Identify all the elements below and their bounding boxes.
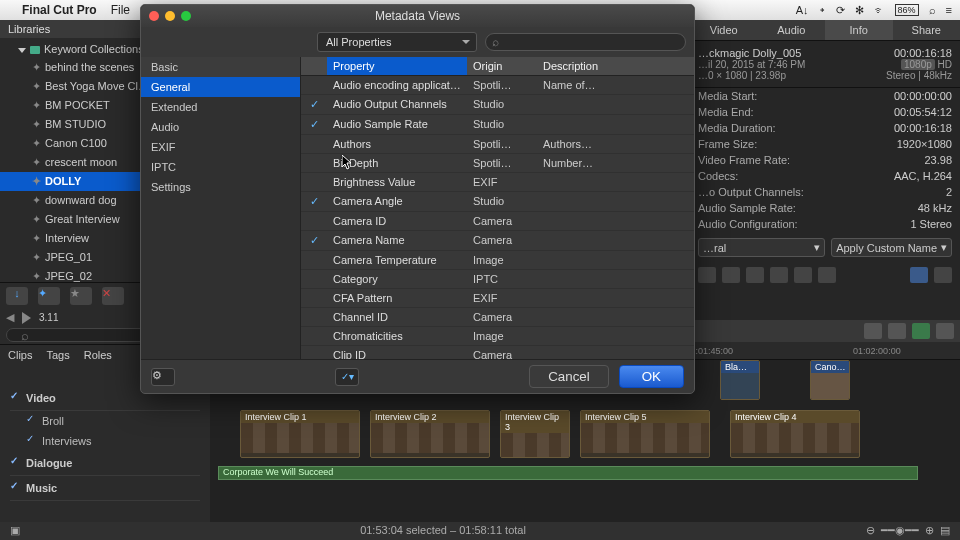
inspector-tabs: Video Audio Info Share — [690, 20, 960, 41]
tl-tool-8[interactable] — [936, 323, 954, 339]
property-row[interactable]: CFA PatternEXIF — [301, 289, 694, 308]
insp-tool-3[interactable] — [746, 267, 764, 283]
property-row[interactable]: Bit DepthSpotli…Number… — [301, 154, 694, 173]
property-row[interactable]: Audio encoding applicationSpotli…Name of… — [301, 76, 694, 95]
property-row[interactable]: ✓Camera AngleStudio — [301, 192, 694, 212]
inspector-row: Media Start:00:00:00:00 — [690, 88, 960, 104]
category-list: BasicGeneralExtendedAudioEXIFIPTCSetting… — [141, 57, 301, 359]
apply-custom-name-dropdown[interactable]: Apply Custom Name▾ — [831, 238, 952, 257]
properties-filter-dropdown[interactable]: All Properties — [317, 32, 477, 52]
property-row[interactable]: ✓Audio Sample RateStudio — [301, 115, 694, 135]
tl-tool-6[interactable] — [888, 323, 906, 339]
inspector-row: Audio Sample Rate:48 kHz — [690, 200, 960, 216]
tab-clips[interactable]: Clips — [8, 349, 32, 361]
insp-tool-5[interactable] — [794, 267, 812, 283]
category-item[interactable]: Extended — [141, 97, 300, 117]
tab-roles[interactable]: Roles — [84, 349, 112, 361]
insp-tool-8[interactable] — [934, 267, 952, 283]
dialog-title: Metadata Views — [141, 9, 694, 23]
property-row[interactable]: Channel IDCamera — [301, 308, 694, 327]
metadata-view-dropdown[interactable]: …ral▾ — [698, 238, 825, 257]
ok-button[interactable]: OK — [619, 365, 684, 388]
insp-tool-1[interactable] — [698, 267, 716, 283]
category-item[interactable]: IPTC — [141, 157, 300, 177]
prev-icon[interactable]: ◀ — [6, 311, 14, 324]
timeline-topclip-1[interactable]: Bla… — [720, 360, 760, 400]
timeline-clip-5[interactable]: Interview Clip 4 — [730, 410, 860, 458]
insp-tool-2[interactable] — [722, 267, 740, 283]
toggle-all-checkbox[interactable]: ✓▾ — [335, 368, 359, 386]
category-item[interactable]: General — [141, 77, 300, 97]
favorite-icon[interactable]: ★ — [70, 287, 92, 305]
inspector-clip-header: …ckmagic Dolly_005 00:00:16:18 …il 20, 2… — [690, 41, 960, 88]
inspector-row: Media Duration:00:00:16:18 — [690, 120, 960, 136]
property-row[interactable]: ChromaticitiesImage — [301, 327, 694, 346]
timeline-clip-4[interactable]: Interview Clip 5 — [580, 410, 710, 458]
role-broll[interactable]: Broll — [10, 411, 200, 431]
timeline-index-icon[interactable]: ▣ — [2, 524, 20, 537]
property-row[interactable]: Camera TemperatureImage — [301, 251, 694, 270]
clip-appearance-icon[interactable]: ▤ — [940, 524, 950, 537]
tab-share[interactable]: Share — [893, 20, 961, 40]
cancel-button[interactable]: Cancel — [529, 365, 609, 388]
insp-tool-4[interactable] — [770, 267, 788, 283]
inspector-row: Media End:00:05:54:12 — [690, 104, 960, 120]
property-row[interactable]: CategoryIPTC — [301, 270, 694, 289]
app-menu[interactable]: Final Cut Pro — [22, 3, 97, 17]
tab-audio[interactable]: Audio — [758, 20, 826, 40]
role-dialogue[interactable]: Dialogue — [10, 451, 200, 476]
category-item[interactable]: Basic — [141, 57, 300, 77]
timeline-clip-2[interactable]: Interview Clip 2 — [370, 410, 490, 458]
property-row[interactable]: Brightness ValueEXIF — [301, 173, 694, 192]
timeline-status: ▣ 01:53:04 selected – 01:58:11 total ⊖ ━… — [0, 522, 960, 540]
zoom-out-icon[interactable]: ⊖ — [866, 524, 875, 537]
property-row[interactable]: AuthorsSpotli…Authors… — [301, 135, 694, 154]
play-icon[interactable] — [22, 312, 31, 324]
properties-table[interactable]: Property Origin Description Audio encodi… — [301, 57, 694, 359]
property-row[interactable]: ✓Audio Output ChannelsStudio — [301, 95, 694, 115]
clip-name: …ckmagic Dolly_005 — [698, 47, 801, 59]
timeline-clip-3[interactable]: Interview Clip 3 — [500, 410, 570, 458]
timeline-topclip-2[interactable]: Cano… — [810, 360, 850, 400]
zoom-icon[interactable] — [181, 11, 191, 21]
property-row[interactable]: Clip IDCamera — [301, 346, 694, 359]
keyword-icon[interactable]: ✦ — [38, 287, 60, 305]
category-item[interactable]: Audio — [141, 117, 300, 137]
timeline-audio-clip[interactable]: Corporate We Will Succeed — [218, 466, 918, 480]
roles-panel: Video Broll Interviews Dialogue Music — [0, 380, 210, 522]
tab-info[interactable]: Info — [825, 20, 893, 40]
tl-tool-5[interactable] — [864, 323, 882, 339]
dialog-titlebar[interactable]: Metadata Views — [141, 5, 694, 27]
category-item[interactable]: Settings — [141, 177, 300, 197]
inspector-row: Frame Size:1920×1080 — [690, 136, 960, 152]
property-row[interactable]: Camera IDCamera — [301, 212, 694, 231]
browser-tc: 3.11 — [39, 312, 58, 323]
properties-header: Property Origin Description — [301, 57, 694, 76]
inspector-row: Video Frame Rate:23.98 — [690, 152, 960, 168]
property-row[interactable]: ✓Camera NameCamera — [301, 231, 694, 251]
gear-icon[interactable]: ⚙ — [151, 368, 175, 386]
role-interviews[interactable]: Interviews — [10, 431, 200, 451]
inspector-row: Codecs:AAC, H.264 — [690, 168, 960, 184]
tab-video[interactable]: Video — [690, 20, 758, 40]
menubar-status-icons: A↓᛭⟳✻ᯤ86%⌕≡ — [796, 4, 952, 17]
reject-icon[interactable]: ✕ — [102, 287, 124, 305]
minimize-icon[interactable] — [165, 11, 175, 21]
timeline-clip-1[interactable]: Interview Clip 1 — [240, 410, 360, 458]
clip-tc: 00:00:16:18 — [894, 47, 952, 59]
metadata-views-dialog: Metadata Views All Properties BasicGener… — [140, 4, 695, 394]
zoom-slider[interactable]: ━━◉━━ — [881, 524, 919, 537]
tl-tool-7[interactable] — [912, 323, 930, 339]
menu-file[interactable]: File — [111, 3, 130, 17]
tab-tags[interactable]: Tags — [46, 349, 69, 361]
close-icon[interactable] — [149, 11, 159, 21]
insp-tool-6[interactable] — [818, 267, 836, 283]
role-music[interactable]: Music — [10, 476, 200, 501]
zoom-in-icon[interactable]: ⊕ — [925, 524, 934, 537]
inspector-panel: Video Audio Info Share …ckmagic Dolly_00… — [690, 20, 960, 340]
insp-tool-7[interactable] — [910, 267, 928, 283]
inspector-row: Audio Configuration:1 Stereo — [690, 216, 960, 232]
properties-search[interactable] — [485, 33, 686, 51]
import-icon[interactable]: ↓ — [6, 287, 28, 305]
category-item[interactable]: EXIF — [141, 137, 300, 157]
